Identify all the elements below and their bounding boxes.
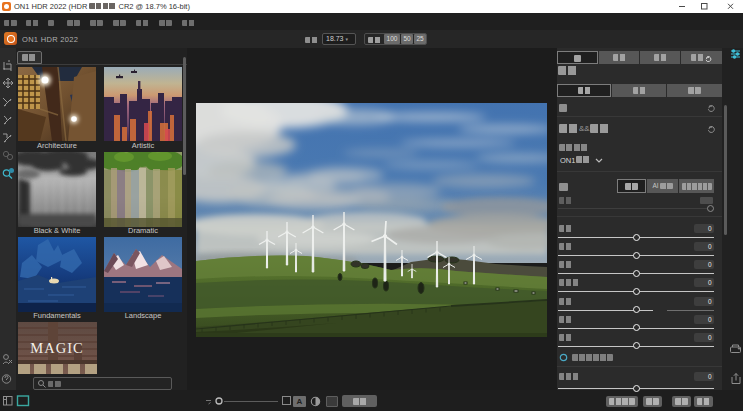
svg-text:MAGIC: MAGIC <box>30 340 83 356</box>
